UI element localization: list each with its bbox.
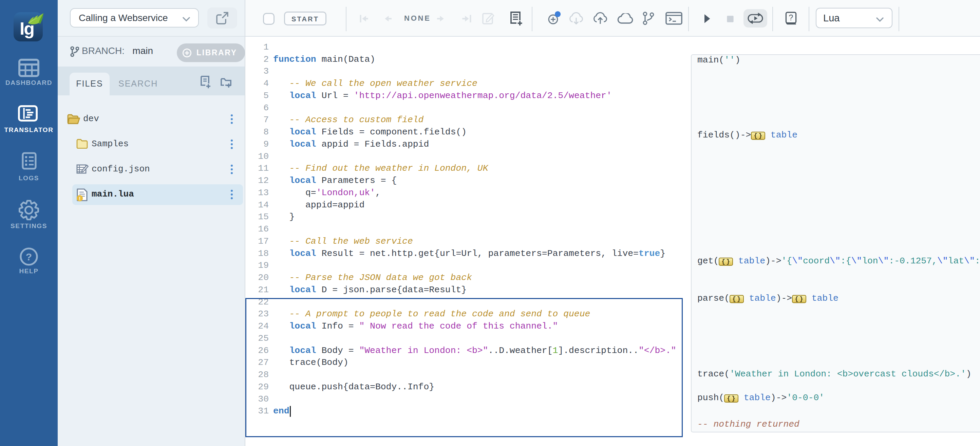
svg-text:?: ?: [789, 13, 793, 22]
svg-text:?: ?: [26, 251, 32, 262]
svg-text:!: !: [79, 196, 81, 201]
